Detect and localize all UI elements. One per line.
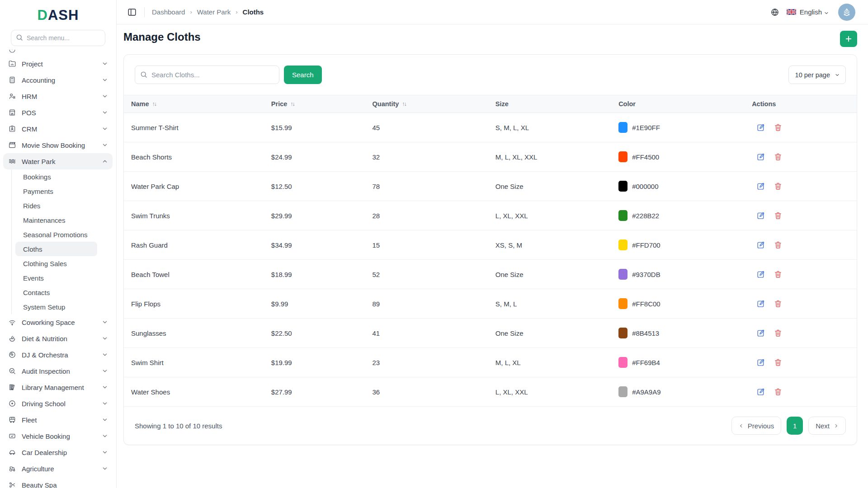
sidebar-item-project[interactable]: Project [3, 56, 113, 72]
sidebar-item-crm[interactable]: CRM [3, 121, 113, 137]
sidebar-item-hrm[interactable]: HRM [3, 88, 113, 104]
scissors-icon [8, 481, 16, 488]
sidebar-item-vehicle-booking[interactable]: Vehicle Booking [3, 428, 113, 444]
sidebar-item-diet-nutrition[interactable]: Diet & Nutrition [3, 330, 113, 347]
chevron-down-icon [102, 400, 108, 407]
sidebar-item-coworking-space[interactable]: Coworking Space [3, 314, 113, 330]
delete-icon[interactable] [774, 240, 783, 249]
uk-flag-icon[interactable] [787, 9, 796, 15]
table-row: Water Park Cap$12.5078One Size#000000 [124, 172, 857, 201]
delete-icon[interactable] [774, 211, 783, 220]
cell-size: L, XL, XXL [495, 212, 618, 220]
sidebar-item-car-dealership[interactable]: Car Dealership [3, 444, 113, 460]
edit-icon[interactable] [756, 387, 765, 396]
sidebar-item-audit-inspection[interactable]: Audit Inspection [3, 363, 113, 379]
edit-icon[interactable] [756, 123, 765, 132]
edit-icon[interactable] [756, 358, 765, 367]
edit-icon[interactable] [756, 211, 765, 220]
cell-price: $18.99 [271, 271, 373, 278]
sidebar-subitem-maintenances[interactable]: Maintenances [15, 213, 97, 227]
column-label: Color [618, 100, 636, 108]
edit-icon[interactable] [756, 182, 765, 191]
edit-icon[interactable] [756, 152, 765, 161]
breadcrumb-water-park[interactable]: Water Park [197, 8, 231, 16]
cloths-search-input[interactable] [135, 66, 279, 84]
add-cloth-button[interactable] [840, 31, 857, 47]
sidebar-subitem-bookings[interactable]: Bookings [15, 169, 97, 184]
sidebar-item-agriculture[interactable]: Agriculture [3, 460, 113, 477]
sort-icon[interactable]: ↑↓ [402, 101, 406, 107]
sort-icon[interactable]: ↑↓ [290, 101, 294, 107]
sort-icon[interactable]: ↑↓ [152, 101, 156, 107]
delete-icon[interactable] [774, 152, 783, 161]
sidebar-item-label: Diet & Nutrition [22, 335, 67, 343]
sidebar-item-dj-orchestra[interactable]: DJ & Orchestra [3, 347, 113, 363]
color-hex: #228B22 [632, 212, 659, 220]
sidebar-search [11, 30, 105, 46]
sidebar-subitem-rides[interactable]: Rides [15, 198, 97, 213]
delete-icon[interactable] [774, 270, 783, 279]
sidebar-item-movie-show-booking[interactable]: Movie Show Booking [3, 137, 113, 153]
delete-icon[interactable] [774, 182, 783, 191]
cell-name: Beach Towel [124, 271, 271, 278]
delete-icon[interactable] [774, 387, 783, 396]
sidebar-item-fleet[interactable]: Fleet [3, 412, 113, 428]
sidebar-item-library-management[interactable]: Library Management [3, 379, 113, 395]
chevron-down-icon [102, 449, 108, 455]
chevron-up-icon [102, 158, 108, 164]
search-button[interactable]: Search [284, 66, 322, 84]
cell-name: Flip Flops [124, 300, 271, 308]
sidebar-subitem-contacts[interactable]: Contacts [15, 285, 97, 300]
sidebar-item-driving-school[interactable]: Driving School [3, 395, 113, 412]
sidebar-subitem-payments[interactable]: Payments [15, 184, 97, 198]
sidebar-subitem-cloths[interactable]: Cloths [15, 242, 97, 256]
delete-icon[interactable] [774, 299, 783, 308]
sidebar-subitem-system-setup[interactable]: System Setup [15, 300, 97, 314]
edit-icon[interactable] [756, 240, 765, 249]
sidebar-item-pos[interactable]: POS [3, 104, 113, 121]
column-header-name[interactable]: Name↑↓ [124, 100, 271, 108]
breadcrumb-dashboard[interactable]: Dashboard [152, 8, 185, 16]
delete-icon[interactable] [774, 328, 783, 338]
next-page-button[interactable]: Next [808, 417, 846, 435]
globe-icon[interactable] [770, 8, 779, 17]
menu-search-input[interactable] [11, 30, 105, 46]
clipped-menu-item [0, 50, 116, 56]
chevron-down-icon[interactable] [824, 9, 829, 15]
cell-actions [752, 123, 857, 132]
sidebar-toggle-icon[interactable] [127, 7, 137, 17]
per-page-select[interactable]: 10 per page [788, 66, 846, 84]
column-header-quantity[interactable]: Quantity↑↓ [373, 100, 495, 108]
sidebar-item-label: Coworking Space [22, 319, 75, 326]
sidebar-item-label: CRM [22, 125, 37, 133]
table-row: Summer T-Shirt$15.9945S, M, L, XL#1E90FF [124, 113, 857, 142]
language-selector[interactable]: English [800, 8, 822, 16]
clapperboard-icon [8, 141, 16, 149]
table-row: Rash Guard$34.9915XS, S, M#FFD700 [124, 230, 857, 260]
previous-page-button[interactable]: Previous [731, 417, 781, 435]
topbar-right: English [770, 4, 855, 21]
delete-icon[interactable] [774, 123, 783, 132]
cell-size: One Size [495, 183, 618, 190]
sidebar-item-beauty-spa[interactable]: Beauty Spa [3, 477, 113, 488]
page-1-button[interactable]: 1 [787, 417, 803, 435]
color-swatch [618, 357, 627, 368]
sidebar-item-water-park[interactable]: Water Park [3, 153, 113, 169]
column-header-price[interactable]: Price↑↓ [271, 100, 373, 108]
edit-icon[interactable] [756, 270, 765, 279]
sidebar-subitem-events[interactable]: Events [15, 271, 97, 285]
cell-color: #A9A9A9 [618, 386, 752, 397]
per-page-value: 10 per page [795, 71, 830, 79]
color-hex: #FF69B4 [632, 359, 660, 366]
breadcrumb-cloths: Cloths [243, 8, 264, 16]
delete-icon[interactable] [774, 358, 783, 367]
waves-icon [8, 157, 16, 165]
sidebar-item-accounting[interactable]: Accounting [3, 72, 113, 88]
sidebar-subitem-clothing-sales[interactable]: Clothing Sales [15, 256, 97, 271]
edit-icon[interactable] [756, 299, 765, 308]
chevron-left-icon [739, 423, 744, 428]
sidebar-subitem-seasonal-promotions[interactable]: Seasonal Promotions [15, 227, 97, 242]
library-icon [8, 383, 16, 391]
edit-icon[interactable] [756, 328, 765, 338]
avatar[interactable] [838, 4, 855, 21]
